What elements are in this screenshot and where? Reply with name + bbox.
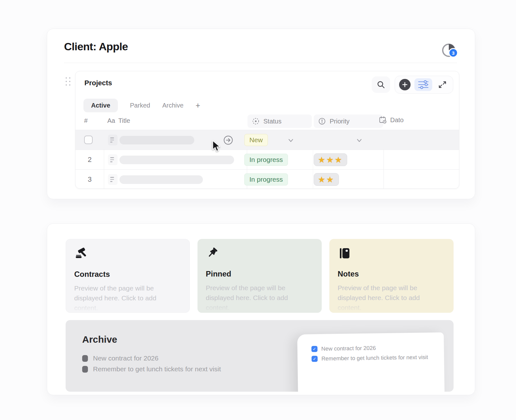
- projects-toolbar: [372, 76, 453, 94]
- row-number: 2: [75, 150, 104, 170]
- time-badge: 3: [448, 48, 458, 58]
- view-tabs: Active Parked Archive +: [83, 99, 200, 112]
- archive-section-card[interactable]: Archive New contract for 2026 Remember t…: [66, 320, 454, 392]
- card-preview-text: Preview of the page will be displayed he…: [206, 283, 305, 312]
- column-header-status[interactable]: Status: [247, 115, 312, 128]
- checkbox-checked-icon: ✓: [312, 346, 318, 352]
- search-icon: [376, 80, 385, 89]
- client-page-card: Client: Apple 3 Projects: [47, 29, 475, 199]
- page-title: Client: Apple: [64, 40, 128, 53]
- page-card-notes[interactable]: Notes Preview of the page will be displa…: [329, 239, 454, 313]
- archive-title: Archive: [82, 334, 117, 345]
- gavel-icon: [74, 247, 181, 261]
- add-view-tab-button[interactable]: +: [196, 101, 200, 110]
- plus-icon: [402, 82, 408, 88]
- table-row[interactable]: 3 In progress ★★: [75, 170, 459, 189]
- calendar-icon: [379, 116, 387, 124]
- filter-settings-button[interactable]: [414, 78, 432, 91]
- drag-handle-icon[interactable]: [66, 77, 71, 87]
- todo-checkbox-icon: [82, 366, 88, 373]
- preview-todo-item: ✓ New contract for 2026: [312, 344, 444, 353]
- table-row[interactable]: New: [75, 130, 459, 150]
- chevron-down-icon[interactable]: [287, 136, 295, 144]
- notebook-icon: [338, 247, 445, 261]
- table-body: New 2 In progress ★★★ 3: [75, 130, 459, 189]
- page-lines-icon: [108, 174, 118, 185]
- checkbox-checked-icon: ✓: [312, 356, 318, 362]
- table-header: # Aa Title Status: [75, 114, 459, 130]
- title-placeholder: [119, 156, 234, 164]
- column-header-number[interactable]: #: [84, 117, 88, 124]
- add-row-button[interactable]: [399, 79, 411, 90]
- page-card-pinned[interactable]: Pinned Preview of the page will be displ…: [197, 239, 322, 313]
- card-preview-text: Preview of the page will be displayed he…: [74, 283, 173, 313]
- todo-checkbox-icon: [82, 355, 88, 362]
- column-header-priority[interactable]: Priority: [314, 115, 383, 128]
- filter-sliders-icon: [418, 80, 429, 89]
- tab-active[interactable]: Active: [83, 99, 118, 112]
- archive-page-preview: ✓ New contract for 2026 ✓ Remember to ge…: [297, 332, 445, 392]
- priority-stars[interactable]: ★★: [314, 173, 339, 186]
- projects-database-block: Projects: [75, 71, 459, 189]
- priority-stars[interactable]: ★★★: [314, 153, 347, 166]
- text-type-icon: Aa: [107, 117, 115, 124]
- tab-parked[interactable]: Parked: [130, 102, 150, 109]
- status-badge[interactable]: In progress: [244, 154, 288, 166]
- column-header-date[interactable]: Dato: [379, 116, 404, 124]
- title-placeholder: [119, 136, 194, 144]
- search-button[interactable]: [372, 76, 390, 93]
- open-arrow-icon: [223, 135, 233, 145]
- page-lines-icon: [108, 135, 118, 145]
- chevron-down-icon[interactable]: [355, 136, 363, 144]
- preview-todo-item: ✓ Remember to get lunch tickets for next…: [312, 354, 444, 362]
- status-target-icon: [252, 117, 260, 125]
- archive-todo-item: New contract for 2026: [82, 354, 158, 362]
- open-page-button[interactable]: [223, 135, 233, 145]
- status-badge[interactable]: In progress: [244, 173, 288, 186]
- column-header-title[interactable]: Aa Title: [107, 117, 130, 124]
- toolbar-button-group: [395, 76, 453, 94]
- tab-archive[interactable]: Archive: [162, 102, 183, 109]
- row-number: 3: [75, 170, 104, 189]
- projects-title: Projects: [84, 79, 112, 87]
- page-lines-icon: [108, 154, 118, 165]
- page-card-contracts[interactable]: Contracts Preview of the page will be di…: [66, 239, 190, 313]
- expand-icon: [438, 80, 447, 89]
- divider: [64, 63, 457, 63]
- table-row[interactable]: 2 In progress ★★★: [75, 150, 459, 170]
- card-title: Pinned: [206, 270, 313, 278]
- expand-button[interactable]: [436, 78, 449, 91]
- priority-alert-icon: [318, 117, 326, 125]
- title-placeholder: [119, 175, 203, 184]
- card-title: Contracts: [74, 270, 181, 279]
- time-tracker-button[interactable]: 3: [441, 42, 460, 59]
- pushpin-icon: [206, 247, 313, 261]
- card-title: Notes: [338, 270, 445, 278]
- status-badge[interactable]: New: [244, 134, 268, 146]
- content-section-card: Contracts Preview of the page will be di…: [47, 223, 475, 395]
- row-checkbox[interactable]: [84, 136, 93, 144]
- archive-todo-item: Remember to get lunch tickets for next v…: [82, 365, 221, 373]
- card-preview-text: Preview of the page will be displayed he…: [338, 283, 436, 312]
